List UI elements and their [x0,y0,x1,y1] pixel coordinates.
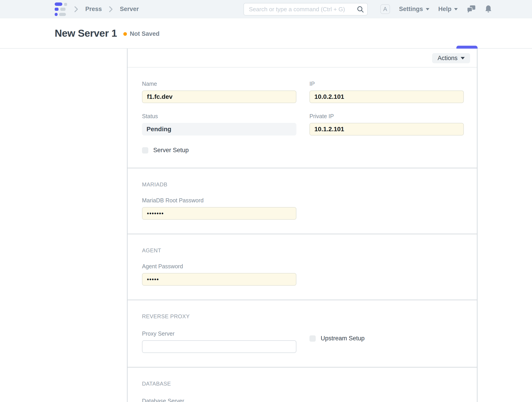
chat-icon[interactable] [467,5,476,13]
global-search [243,3,368,16]
status-label: Status [142,113,296,120]
avatar-letter: A [383,6,387,13]
settings-menu[interactable]: Settings [399,6,429,13]
column-left: Database Server [142,388,296,402]
chevron-right-icon [109,5,113,13]
mariadb-root-password-label: MariaDB Root Password [142,197,462,204]
section-mariadb: MARIADB MariaDB Root Password [128,168,477,234]
navbar-left: Press Server [55,0,139,18]
section-details: Name Status Pending Server Setup [128,68,477,168]
reverse-proxy-section-heading: REVERSE PROXY [142,313,462,320]
actions-label: Actions [437,55,457,62]
navbar-right: A Settings Help [380,0,492,18]
main-area: Actions Name Status Pending [0,49,532,402]
column-right: Upstream Setup [310,321,464,353]
page-header: New Server 1 Not Saved Save [0,18,532,49]
search-input[interactable] [243,3,368,16]
private-ip-input[interactable] [310,123,464,135]
proxy-server-input[interactable] [142,340,296,353]
server-setup-checkbox[interactable] [142,147,148,153]
ip-label: IP [310,81,464,87]
column-left: Name Status Pending Server Setup [142,81,296,154]
field-name: Name [142,81,296,103]
bell-icon[interactable] [485,5,492,13]
field-private-ip: Private IP [310,113,464,135]
page: Press Server A Settings Help [0,0,532,402]
column-left: Proxy Server [142,321,296,353]
section-reverse-proxy: REVERSE PROXY Proxy Server Upstream Setu… [128,300,477,367]
field-agent-password: Agent Password [142,263,462,286]
breadcrumb-press[interactable]: Press [85,6,102,13]
navbar: Press Server A Settings Help [0,0,532,18]
app-logo-icon[interactable] [55,2,67,16]
name-input[interactable] [142,90,296,103]
form-toolbar: Actions [128,49,477,68]
mariadb-root-password-input[interactable] [142,207,296,220]
agent-section-heading: AGENT [142,247,462,254]
caret-down-icon [426,8,429,10]
agent-password-input[interactable] [142,273,296,286]
search-icon [357,6,364,14]
column-right: Database Client Setup [310,388,464,402]
field-status: Status Pending [142,113,296,135]
field-database-server: Database Server [142,398,296,402]
proxy-server-label: Proxy Server [142,330,296,337]
database-server-label: Database Server [142,398,296,402]
actions-button[interactable]: Actions [432,53,470,63]
section-database: DATABASE Database Server Database Client… [128,367,477,402]
caret-down-icon [461,57,465,59]
mariadb-section-heading: MARIADB [142,181,462,188]
upstream-setup-label: Upstream Setup [321,335,365,342]
settings-label: Settings [399,6,423,13]
breadcrumb-server[interactable]: Server [120,6,139,13]
status-value: Pending [142,123,296,135]
server-setup-label: Server Setup [153,147,189,154]
agent-password-label: Agent Password [142,263,462,270]
column-right: IP Private IP [310,81,464,154]
section-agent: AGENT Agent Password [128,234,477,300]
name-label: Name [142,81,296,87]
private-ip-label: Private IP [310,113,464,120]
ip-input[interactable] [310,90,464,103]
server-setup-checkbox-row[interactable]: Server Setup [142,147,296,154]
form-container: Actions Name Status Pending [127,49,478,402]
unsaved-indicator-dot [123,32,127,36]
chevron-right-icon [74,5,79,13]
status-badge: Not Saved [123,30,159,37]
upstream-setup-checkbox-row[interactable]: Upstream Setup [310,335,464,342]
field-proxy-server: Proxy Server [142,330,296,353]
upstream-setup-checkbox[interactable] [310,335,316,342]
caret-down-icon [454,8,458,10]
page-title: New Server 1 [55,27,117,39]
help-label: Help [438,6,452,13]
unsaved-indicator-label: Not Saved [130,30,159,37]
database-section-heading: DATABASE [142,381,462,387]
field-ip: IP [310,81,464,103]
field-mariadb-root-password: MariaDB Root Password [142,197,462,220]
help-menu[interactable]: Help [438,6,458,13]
avatar[interactable]: A [380,4,390,14]
